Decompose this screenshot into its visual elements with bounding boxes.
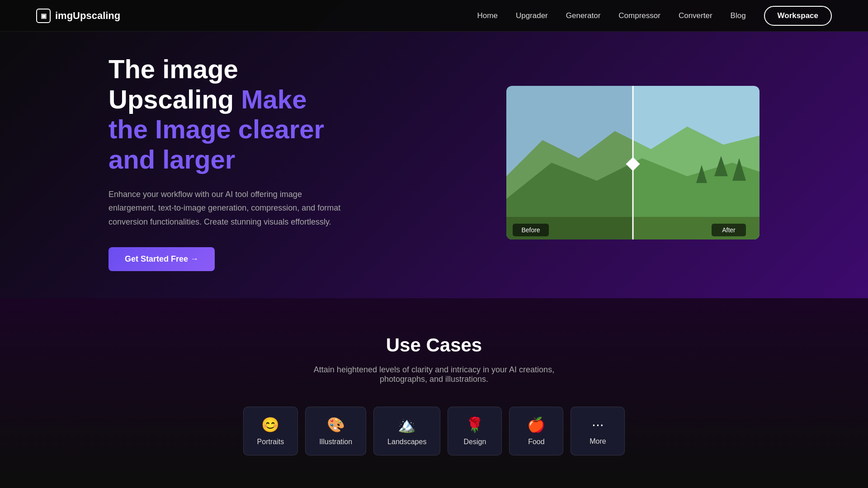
use-case-illustration[interactable]: 🎨 Illustration bbox=[305, 407, 366, 455]
food-emoji: 🍎 bbox=[527, 416, 545, 433]
nav-generator[interactable]: Generator bbox=[566, 11, 601, 20]
hero-image-container: Before After bbox=[506, 86, 760, 239]
get-started-button[interactable]: Get Started Free → bbox=[108, 247, 215, 271]
before-label: Before bbox=[521, 226, 540, 234]
logo-icon: ▣ bbox=[36, 9, 51, 23]
landscapes-emoji: 🏔️ bbox=[398, 416, 416, 433]
nav-links: Home Upgrader Generator Compressor Conve… bbox=[477, 6, 832, 26]
use-cases-section: Use Cases Attain heightened levels of cl… bbox=[0, 298, 868, 483]
logo-text: imgUpscaling bbox=[55, 10, 120, 22]
landscape-svg: Before After bbox=[506, 86, 760, 239]
nav-blog[interactable]: Blog bbox=[731, 11, 746, 20]
use-case-more[interactable]: ··· More bbox=[571, 407, 625, 455]
hero-title-part1: The image Upscaling bbox=[108, 54, 241, 114]
use-case-design[interactable]: 🌹 Design bbox=[448, 407, 502, 455]
nav-compressor[interactable]: Compressor bbox=[618, 11, 660, 20]
use-cases-subtitle: Attain heightened levels of clarity and … bbox=[298, 365, 570, 384]
use-case-landscapes[interactable]: 🏔️ Landscapes bbox=[373, 407, 440, 455]
more-label: More bbox=[590, 437, 606, 446]
portraits-emoji: 😊 bbox=[261, 416, 279, 433]
use-cases-title: Use Cases bbox=[108, 334, 760, 356]
hero-subtitle: Enhance your workflow with our AI tool o… bbox=[108, 188, 344, 229]
hero-comparison-image: Before After bbox=[506, 86, 760, 239]
design-label: Design bbox=[463, 438, 486, 446]
workspace-button[interactable]: Workspace bbox=[764, 6, 832, 26]
use-case-portraits[interactable]: 😊 Portraits bbox=[243, 407, 298, 455]
design-emoji: 🌹 bbox=[466, 416, 484, 433]
more-emoji: ··· bbox=[592, 416, 604, 433]
food-label: Food bbox=[528, 438, 544, 446]
portraits-label: Portraits bbox=[257, 438, 284, 446]
landscapes-label: Landscapes bbox=[387, 438, 426, 446]
logo[interactable]: ▣ imgUpscaling bbox=[36, 9, 120, 23]
hero-section: The image Upscaling Make the Image clear… bbox=[0, 0, 868, 298]
use-cases-grid: 😊 Portraits 🎨 Illustration 🏔️ Landscapes… bbox=[108, 407, 760, 455]
nav-home[interactable]: Home bbox=[477, 11, 498, 20]
nav-converter[interactable]: Converter bbox=[679, 11, 712, 20]
nav-upgrader[interactable]: Upgrader bbox=[516, 11, 548, 20]
illustration-label: Illustration bbox=[319, 438, 352, 446]
after-label: After bbox=[722, 226, 736, 234]
navbar: ▣ imgUpscaling Home Upgrader Generator C… bbox=[0, 0, 868, 32]
hero-title: The image Upscaling Make the Image clear… bbox=[108, 54, 344, 175]
illustration-emoji: 🎨 bbox=[327, 416, 345, 433]
portraits-section: 😊 Upscaling Portraits bbox=[0, 483, 868, 488]
use-case-food[interactable]: 🍎 Food bbox=[509, 407, 563, 455]
hero-text: The image Upscaling Make the Image clear… bbox=[108, 54, 344, 271]
